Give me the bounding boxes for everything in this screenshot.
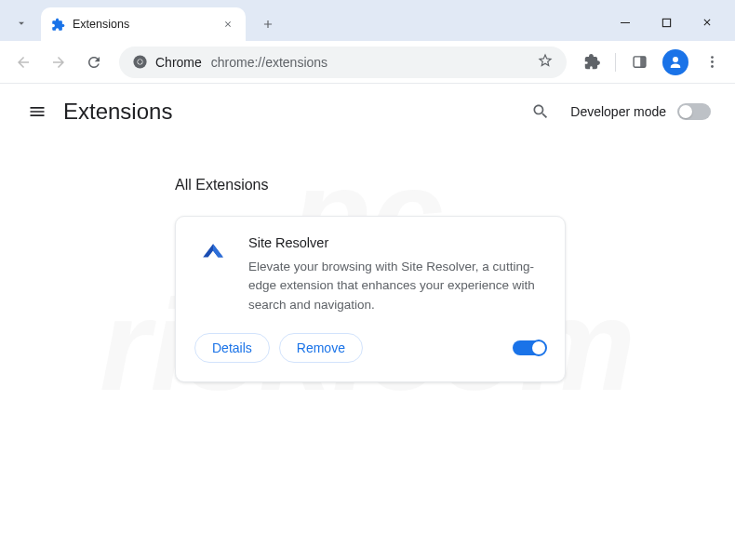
menu-button[interactable] [696,47,728,78]
profile-button[interactable] [662,49,688,75]
window-controls [605,7,728,37]
side-panel-button[interactable] [623,47,655,78]
browser-tab[interactable]: Extensions [41,7,246,41]
toggle-knob [530,340,547,356]
window-titlebar: Extensions [0,0,735,41]
bookmark-button[interactable] [537,52,554,73]
developer-mode-toggle[interactable] [677,103,711,120]
panel-icon [632,54,648,70]
close-window-button[interactable] [687,7,728,37]
svg-point-8 [711,56,714,59]
page-header: Extensions Developer mode [0,84,735,140]
svg-rect-6 [640,57,646,67]
maximize-icon [662,18,672,28]
hamburger-menu-button[interactable] [19,93,56,130]
section-title: All Extensions [175,177,679,193]
extension-description: Elevate your browsing with Site Resolver… [248,258,546,314]
address-bar[interactable]: Chrome chrome://extensions [119,47,567,78]
new-tab-button[interactable] [255,11,281,37]
svg-point-7 [673,57,678,62]
svg-point-4 [138,60,142,64]
toolbar-divider [615,53,616,72]
svg-point-10 [711,65,714,68]
omnibox-url: chrome://extensions [211,55,537,70]
close-tab-button[interactable] [220,16,236,33]
reload-button[interactable] [78,47,110,78]
close-icon [702,17,713,28]
reload-icon [86,54,102,71]
chrome-icon [132,54,148,70]
search-icon [531,102,550,121]
svg-point-9 [711,60,714,63]
extension-enable-toggle[interactable] [513,340,546,355]
search-extensions-button[interactable] [522,93,559,130]
minimize-icon [620,17,631,28]
tab-search-dropdown[interactable] [7,9,35,37]
close-icon [223,20,233,29]
extension-name: Site Resolver [248,235,546,250]
arrow-right-icon [50,54,67,71]
back-button[interactable] [7,47,39,78]
extension-logo-icon [194,235,232,273]
forward-button[interactable] [43,47,74,78]
svg-rect-1 [662,19,670,26]
extension-icon [50,17,65,32]
minimize-button[interactable] [605,7,646,37]
toggle-knob [679,105,692,118]
page-title: Extensions [63,99,172,125]
tab-title: Extensions [73,18,220,31]
more-vert-icon [704,54,720,70]
developer-mode-label: Developer mode [570,104,666,119]
page-content: All Extensions Site Resolver Elevate you… [0,140,735,420]
browser-toolbar: Chrome chrome://extensions [0,41,735,84]
maximize-button[interactable] [646,7,687,37]
chevron-down-icon [15,17,28,30]
details-button[interactable]: Details [194,333,270,363]
remove-button[interactable]: Remove [279,333,363,363]
puzzle-icon [584,54,600,70]
arrow-left-icon [15,54,32,71]
omnibox-label: Chrome [155,55,202,70]
svg-rect-0 [621,22,630,23]
menu-icon [28,102,47,121]
star-icon [537,52,554,69]
extensions-button[interactable] [576,47,608,78]
person-icon [667,54,684,71]
plus-icon [261,18,274,31]
extension-card: Site Resolver Elevate your browsing with… [175,216,566,382]
